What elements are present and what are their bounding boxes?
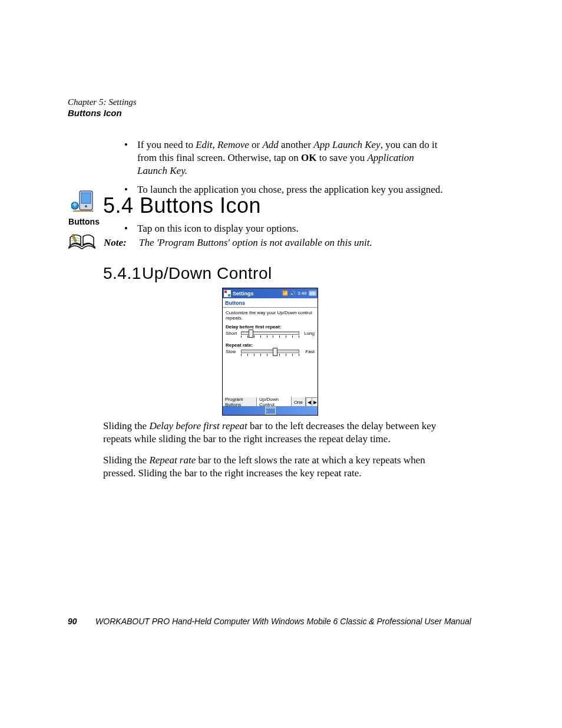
section-heading-5-4-1: 5.4.1 Up/Down Control	[103, 264, 445, 283]
tab-scroll-left-icon[interactable]: ◀	[306, 398, 312, 406]
chapter-header: Chapter 5: Settings	[68, 97, 137, 107]
embedded-screenshot: Settings 📶 🔊 3:48 ok Buttons Customize t…	[222, 288, 318, 416]
tab-program-buttons[interactable]: Program Buttons	[223, 397, 257, 407]
clock-text: 3:48	[297, 291, 307, 296]
repeat-slider-row: Slow Fast	[226, 349, 315, 357]
chapter-subheader: Buttons Icon	[68, 108, 122, 118]
delay-slider[interactable]	[241, 331, 299, 335]
explanation-paragraphs: Sliding the Delay before first repeat ba…	[103, 420, 442, 488]
note-row: Note: The 'Program Buttons' option is no…	[104, 237, 445, 249]
slider-ticks	[241, 335, 299, 339]
footer-text: WORKABOUT PRO Hand-Held Computer With Wi…	[95, 617, 471, 626]
note-text: The 'Program Buttons' option is not avai…	[139, 237, 372, 248]
bottom-bar	[223, 406, 318, 415]
section-number: 5.4	[103, 193, 137, 218]
window-titlebar: Settings 📶 🔊 3:48 ok	[223, 288, 318, 298]
svg-point-2	[85, 205, 87, 207]
status-area: 📶 🔊 3:48 ok	[282, 291, 316, 296]
signal-icon: 📶	[282, 291, 288, 296]
section-title: Buttons Icon	[140, 193, 261, 218]
bullet-dot-icon: •	[124, 139, 128, 151]
screen-section-title: Buttons	[223, 298, 318, 307]
bullet-item: • If you need to Edit, Remove or Add ano…	[137, 139, 444, 177]
svg-rect-4	[73, 210, 93, 212]
note-label: Note:	[104, 237, 127, 248]
repeat-label: Repeat rate:	[226, 342, 315, 348]
delay-label: Delay before first repeat:	[226, 324, 315, 330]
speaker-icon: 🔊	[290, 291, 296, 296]
repeat-fast-label: Fast	[302, 349, 315, 354]
bullet-dot-icon: •	[124, 223, 128, 235]
screen-body: Customize the way your Up/Down control r…	[223, 308, 318, 357]
ok-button[interactable]: ok	[309, 291, 316, 296]
page-number: 90	[68, 617, 77, 626]
svg-rect-1	[81, 193, 91, 203]
tab-one[interactable]: One	[292, 397, 306, 407]
window-title: Settings	[233, 291, 254, 297]
page-root: Chapter 5: Settings Buttons Icon • If yo…	[0, 0, 562, 728]
note-book-icon	[68, 233, 97, 253]
subsection-title: Up/Down Control	[142, 264, 272, 282]
bullet-text: If you need to Edit, Remove or Add anoth…	[137, 139, 437, 176]
delay-short-label: Short	[226, 331, 239, 336]
slider-ticks	[241, 354, 299, 357]
start-flag-icon[interactable]	[224, 290, 231, 297]
subsection-number: 5.4.1	[103, 264, 140, 283]
buttons-icon-label: Buttons	[68, 217, 100, 226]
repeat-slow-label: Slow	[226, 349, 239, 354]
description-text: Customize the way your Up/Down control r…	[226, 310, 315, 321]
tab-bar: Program Buttons Up/Down Control One ◀ ▶	[223, 397, 318, 406]
section-heading-5-4: 5.4 Buttons Icon	[103, 193, 445, 218]
tab-scroll-right-icon[interactable]: ▶	[312, 398, 318, 406]
page-footer: 90 WORKABOUT PRO Hand-Held Computer With…	[68, 617, 492, 627]
repeat-slider[interactable]	[241, 350, 299, 353]
delay-long-label: Long	[302, 331, 315, 336]
keyboard-icon[interactable]	[265, 407, 276, 414]
delay-slider-row: Short Long	[226, 331, 315, 339]
tab-up-down-control[interactable]: Up/Down Control	[257, 396, 292, 407]
tap-instruction: • Tap on this icon to display your optio…	[137, 223, 444, 235]
buttons-margin-icon: Buttons	[68, 190, 100, 226]
pda-icon	[71, 190, 97, 213]
tap-text: Tap on this icon to display your options…	[137, 223, 299, 234]
